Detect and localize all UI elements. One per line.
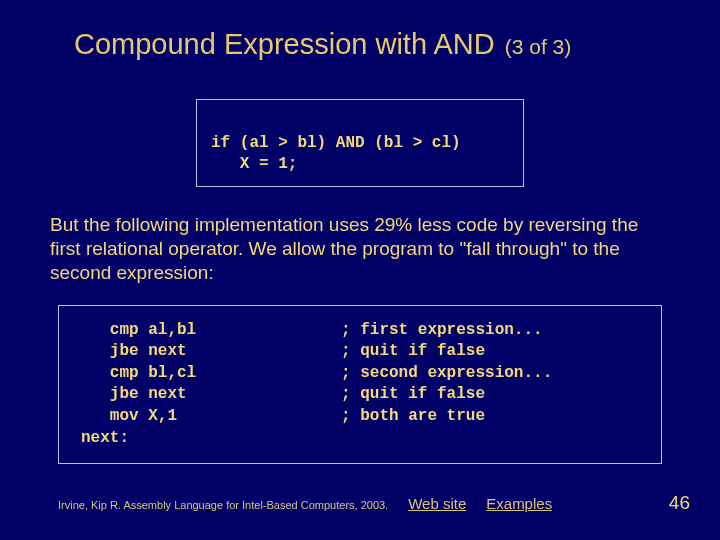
code-instr: mov X,1 bbox=[81, 406, 341, 428]
code-row: jbe next ; quit if false bbox=[81, 384, 643, 406]
body-paragraph: But the following implementation uses 29… bbox=[50, 213, 670, 284]
title-row: Compound Expression with AND (3 of 3) bbox=[0, 0, 720, 61]
code-comment: ; first expression... bbox=[341, 320, 543, 342]
code-instr: cmp bl,cl bbox=[81, 363, 341, 385]
code-row: cmp al,bl ; first expression... bbox=[81, 320, 643, 342]
code-comment: ; second expression... bbox=[341, 363, 552, 385]
slide-pager: (3 of 3) bbox=[505, 35, 572, 59]
examples-link[interactable]: Examples bbox=[486, 495, 552, 512]
code-instr: jbe next bbox=[81, 384, 341, 406]
assembly-code-box: cmp al,bl ; first expression... jbe next… bbox=[58, 305, 662, 465]
pseudo-line-1: if (al > bl) AND (bl > cl) bbox=[211, 134, 461, 152]
website-link[interactable]: Web site bbox=[408, 495, 466, 512]
slide-title: Compound Expression with AND bbox=[74, 28, 495, 61]
code-row: mov X,1 ; both are true bbox=[81, 406, 643, 428]
pseudo-line-2: X = 1; bbox=[211, 155, 297, 173]
pseudocode-box: if (al > bl) AND (bl > cl) X = 1; bbox=[196, 99, 524, 187]
citation: Irvine, Kip R. Assembly Language for Int… bbox=[58, 499, 388, 511]
code-comment: ; quit if false bbox=[341, 384, 485, 406]
footer-links: Web site Examples bbox=[408, 495, 552, 512]
footer: Irvine, Kip R. Assembly Language for Int… bbox=[58, 492, 690, 514]
code-comment: ; both are true bbox=[341, 406, 485, 428]
page-number: 46 bbox=[669, 492, 690, 514]
code-instr: cmp al,bl bbox=[81, 320, 341, 342]
code-label: next: bbox=[81, 428, 643, 450]
code-row: jbe next ; quit if false bbox=[81, 341, 643, 363]
code-comment: ; quit if false bbox=[341, 341, 485, 363]
code-instr: jbe next bbox=[81, 341, 341, 363]
code-row: cmp bl,cl ; second expression... bbox=[81, 363, 643, 385]
